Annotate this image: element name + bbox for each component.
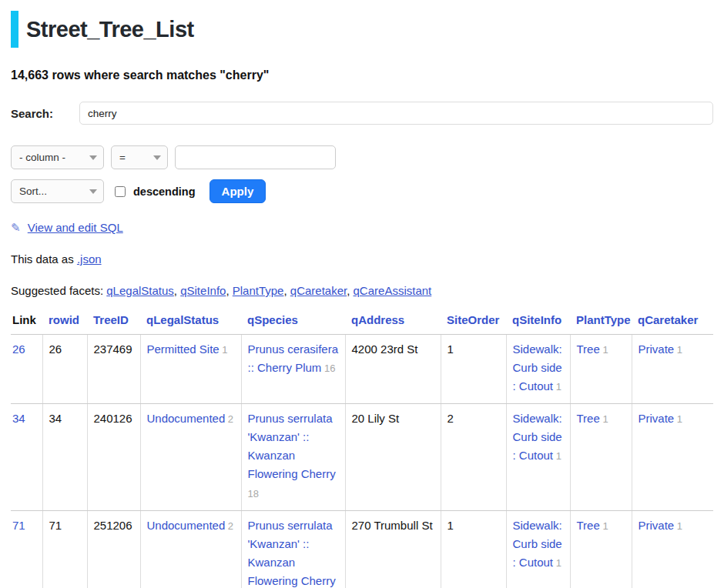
facet-count-suffix: 2 (225, 520, 233, 532)
cell-link[interactable]: 26 (12, 342, 25, 356)
table-cell: Prunus serrulata 'Kwanzan' :: Kwanzan Fl… (241, 404, 345, 511)
table-cell: 71 (42, 511, 87, 588)
table-cell: Prunus serrulata 'Kwanzan' :: Kwanzan Fl… (241, 511, 345, 588)
suggested-facets-row: Suggested facets: qLegalStatus, qSiteInf… (11, 284, 713, 297)
table-cell: Tree 1 (570, 511, 632, 588)
table-cell: 71 (11, 511, 42, 588)
facet-count-suffix: 2 (225, 413, 233, 425)
column-header-rowid[interactable]: rowid (42, 313, 87, 335)
table-cell: Permitted Site 1 (140, 335, 241, 404)
table-header-row: LinkrowidTreeIDqLegalStatusqSpeciesqAddr… (11, 313, 713, 335)
facet-count-suffix: 1 (600, 520, 608, 532)
cell-link[interactable]: Undocumented (147, 412, 226, 425)
column-header-qCaretaker[interactable]: qCaretaker (632, 313, 713, 335)
facet-count-suffix: 1 (600, 413, 608, 425)
table-cell: 270 Trumbull St (345, 511, 441, 588)
facet-links: qLegalStatus, qSiteInfo, PlantType, qCar… (106, 284, 431, 297)
table-row: 2626237469Permitted Site 1Prunus cerasif… (11, 335, 713, 404)
page-title: Street_Tree_List (26, 17, 194, 42)
cell-link[interactable]: Prunus serrulata 'Kwanzan' :: Kwanzan Fl… (248, 412, 336, 480)
table-row: 3434240126Undocumented 2Prunus serrulata… (11, 404, 713, 511)
column-header-qSiteInfo[interactable]: qSiteInfo (506, 313, 570, 335)
table-cell: 26 (42, 335, 87, 404)
sort-row: Sort... descending Apply (11, 179, 713, 203)
cell-link[interactable]: Tree (577, 342, 600, 356)
table-cell: Tree 1 (570, 335, 632, 404)
apply-button[interactable]: Apply (209, 179, 266, 203)
table-cell: Sidewalk: Curb side : Cutout 1 (506, 335, 570, 404)
row-count-summary: 14,663 rows where search matches "cherry… (11, 68, 713, 82)
page-header: Street_Tree_List (11, 11, 713, 48)
facet-count-suffix: 1 (553, 450, 561, 462)
column-header-SiteOrder[interactable]: SiteOrder (441, 313, 506, 335)
cell-link[interactable]: 71 (12, 519, 25, 532)
table-cell: Undocumented 2 (140, 404, 241, 511)
cell-link[interactable]: Private (639, 519, 675, 532)
table-cell: Private 1 (632, 404, 713, 511)
column-header-qAddress[interactable]: qAddress (345, 313, 441, 335)
table-cell: 240126 (87, 404, 140, 511)
table-cell: Sidewalk: Curb side : Cutout 1 (506, 404, 570, 511)
facet-count-suffix: 1 (600, 344, 608, 356)
table-row: 7171251206Undocumented 2Prunus serrulata… (11, 511, 713, 588)
cell-link[interactable]: Prunus serrulata 'Kwanzan' :: Kwanzan Fl… (248, 519, 336, 587)
column-header-qSpecies[interactable]: qSpecies (241, 313, 345, 335)
table-cell: Private 1 (632, 335, 713, 404)
search-form: Search: (11, 102, 713, 125)
table-cell: Private 1 (632, 511, 713, 588)
filter-column-select[interactable]: - column - (11, 145, 104, 169)
table-cell: 26 (11, 335, 42, 404)
json-link[interactable]: .json (77, 252, 102, 266)
cell-link[interactable]: Private (639, 412, 675, 425)
facet-count-suffix: 1 (553, 557, 561, 569)
data-as-prefix: This data as (11, 252, 74, 266)
cell-link[interactable]: Tree (577, 519, 600, 532)
pencil-icon: ✎ (11, 221, 21, 234)
column-header-TreeID[interactable]: TreeID (87, 313, 140, 335)
descending-checkbox[interactable] (115, 186, 126, 197)
results-table: LinkrowidTreeIDqLegalStatusqSpeciesqAddr… (11, 313, 713, 588)
table-cell: 34 (42, 404, 87, 511)
filter-operator-select[interactable]: = (111, 145, 168, 169)
table-cell: 2 (441, 404, 506, 511)
facet-count-suffix: 1 (553, 381, 561, 393)
facet-count-suffix: 1 (674, 520, 682, 532)
facet-count-suffix: 1 (674, 413, 682, 425)
data-export-row: This data as .json (11, 252, 713, 266)
column-header-PlantType[interactable]: PlantType (570, 313, 632, 335)
cell-link[interactable]: 34 (12, 412, 25, 425)
table-cell: 4200 23rd St (345, 335, 441, 404)
column-header-Link: Link (11, 313, 42, 335)
table-cell: 34 (11, 404, 42, 511)
sql-link-row: ✎ View and edit SQL (11, 221, 713, 235)
search-label: Search: (11, 107, 79, 120)
facet-link-qCareAssistant[interactable]: qCareAssistant (354, 284, 432, 297)
table-cell: 251206 (87, 511, 140, 588)
descending-label: descending (133, 185, 196, 198)
table-cell: Sidewalk: Curb side : Cutout 1 (506, 511, 570, 588)
page-container: Street_Tree_List 14,663 rows where searc… (0, 11, 724, 588)
search-input[interactable] (79, 102, 713, 125)
cell-link[interactable]: Tree (577, 412, 600, 425)
column-header-qLegalStatus[interactable]: qLegalStatus (140, 313, 241, 335)
table-cell: Prunus cerasifera :: Cherry Plum 16 (241, 335, 345, 404)
view-edit-sql-link[interactable]: View and edit SQL (28, 221, 123, 234)
facets-prefix: Suggested facets: (11, 284, 103, 297)
accent-bar (11, 11, 18, 48)
table-cell: 1 (441, 335, 506, 404)
filter-value-input[interactable] (175, 145, 336, 169)
facet-count-suffix: 16 (321, 362, 335, 374)
table-cell: 1 (441, 511, 506, 588)
cell-link[interactable]: Undocumented (147, 519, 226, 532)
table-cell: Undocumented 2 (140, 511, 241, 588)
table-cell: 237469 (87, 335, 140, 404)
facet-count-suffix: 18 (248, 488, 259, 499)
facet-link-PlantType[interactable]: PlantType (233, 284, 284, 297)
facet-link-qSiteInfo[interactable]: qSiteInfo (180, 284, 226, 297)
facet-link-qCaretaker[interactable]: qCaretaker (290, 284, 347, 297)
facet-link-qLegalStatus[interactable]: qLegalStatus (106, 284, 174, 297)
cell-link[interactable]: Private (639, 342, 675, 356)
cell-link[interactable]: Permitted Site (147, 342, 220, 356)
table-cell: Tree 1 (570, 404, 632, 511)
sort-select[interactable]: Sort... (11, 179, 104, 203)
